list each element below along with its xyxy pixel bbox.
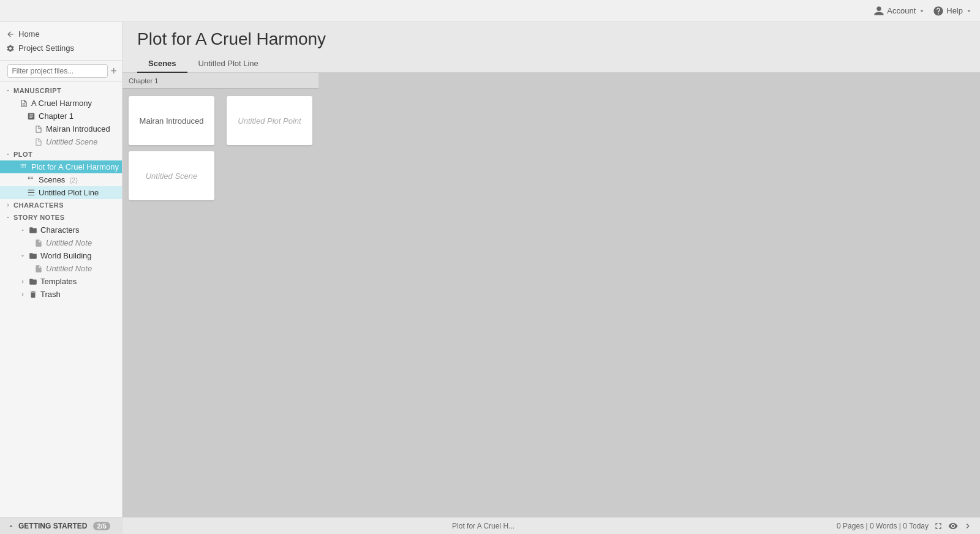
account-icon	[873, 6, 884, 17]
plot-column-chapter-1: Chapter 1 Mairan Introduced Untitled Sce…	[123, 73, 221, 208]
content-area: Plot for A Cruel Harmony Scenes Untitled…	[123, 22, 980, 534]
home-link[interactable]: Home	[6, 27, 116, 41]
story-notes-section-label: STORY NOTES	[13, 214, 65, 221]
home-arrow-icon	[6, 30, 15, 39]
getting-started-collapse-icon	[7, 522, 15, 530]
trash-label: Trash	[40, 290, 61, 299]
story-notes-section-header[interactable]: STORY NOTES	[0, 211, 122, 224]
characters-caret-icon	[5, 202, 11, 208]
chevron-right-icon[interactable]	[963, 521, 973, 531]
trash-expand-icon	[20, 291, 26, 298]
plot-section-header[interactable]: PLOT	[0, 148, 122, 160]
content-header: Plot for A Cruel Harmony Scenes Untitled…	[123, 22, 980, 73]
content-tabs: Scenes Untitled Plot Line	[137, 55, 965, 72]
eye-icon[interactable]	[948, 521, 958, 531]
sidebar-item-mairan-introduced[interactable]: Mairan Introduced	[0, 122, 122, 135]
sidebar-item-templates[interactable]: Templates	[0, 275, 122, 288]
status-bar: Plot for A Cruel H... 0 Pages | 0 Words …	[123, 517, 980, 534]
status-right-text: 0 Pages | 0 Words | 0 Today	[837, 522, 929, 530]
getting-started-panel[interactable]: GETTING STARTED 2/5	[0, 517, 122, 534]
plotline-icon	[27, 189, 36, 197]
account-label: Account	[887, 6, 916, 15]
story-notes-caret-icon	[5, 214, 11, 220]
sidebar-item-trash[interactable]: Trash	[0, 288, 122, 301]
manuscript-section-label: MANUSCRIPT	[13, 87, 61, 94]
main-layout: Home Project Settings + MANUSCRIPT A Cru…	[0, 22, 980, 534]
getting-started-label: GETTING STARTED	[18, 522, 87, 530]
settings-gear-icon	[6, 44, 15, 53]
plot-column-header-chapter-1: Chapter 1	[123, 73, 221, 89]
sidebar-filter-bar: +	[0, 61, 122, 82]
manuscript-caret-icon	[5, 88, 11, 94]
characters-folder-expand-icon	[20, 227, 26, 233]
help-icon	[933, 6, 944, 17]
sidebar-tree: MANUSCRIPT A Cruel Harmony Chapter 1 Mai…	[0, 82, 122, 517]
status-bar-right: 0 Pages | 0 Words | 0 Today	[837, 521, 973, 531]
filter-input[interactable]	[7, 64, 108, 78]
plot-card-untitled-scene[interactable]: Untitled Scene	[129, 151, 214, 200]
project-settings-label: Project Settings	[18, 43, 74, 53]
characters-folder-icon	[29, 226, 37, 235]
top-bar: Account Help	[0, 0, 980, 22]
add-item-button[interactable]: +	[110, 66, 117, 77]
page-title: Plot for A Cruel Harmony	[137, 29, 965, 49]
plot-grid-icon	[20, 163, 28, 171]
sidebar-item-characters-folder[interactable]: Characters	[0, 224, 122, 236]
characters-section-header[interactable]: CHARACTERS	[0, 199, 122, 211]
sidebar-top: Home Project Settings	[0, 22, 122, 61]
scene2-icon	[34, 138, 43, 146]
sidebar-item-untitled-scene-ms[interactable]: Untitled Scene	[0, 135, 122, 148]
characters-section-label: CHARACTERS	[13, 201, 64, 209]
manuscript-doc-icon	[20, 99, 28, 108]
help-label: Help	[946, 6, 963, 15]
plot-card-mairan-introduced[interactable]: Mairan Introduced	[129, 96, 214, 145]
sidebar-item-world-building-folder[interactable]: World Building	[0, 249, 122, 262]
plot-column-untitled: Untitled Plot Point	[221, 73, 318, 152]
sidebar: Home Project Settings + MANUSCRIPT A Cru…	[0, 22, 123, 534]
expand-icon[interactable]	[933, 521, 943, 531]
plot-area: Chapter 1 Mairan Introduced Untitled Sce…	[123, 73, 980, 517]
plot-caret-icon	[5, 151, 11, 157]
status-bar-center: Plot for A Cruel H...	[130, 522, 837, 530]
sidebar-item-a-cruel-harmony[interactable]: A Cruel Harmony	[0, 97, 122, 110]
sidebar-item-untitled-plot-line[interactable]: Untitled Plot Line	[0, 186, 122, 199]
note2-icon	[34, 265, 43, 273]
scenes-grid-icon	[27, 176, 36, 184]
help-chevron-icon	[965, 7, 973, 15]
sidebar-item-untitled-note-1[interactable]: Untitled Note	[0, 236, 122, 249]
plot-cards-chapter-1: Mairan Introduced Untitled Scene	[123, 89, 221, 208]
plot-card-untitled-plot-point[interactable]: Untitled Plot Point	[227, 96, 312, 145]
sidebar-item-chapter-1[interactable]: Chapter 1	[0, 110, 122, 122]
sidebar-item-scenes[interactable]: Scenes (2)	[0, 173, 122, 186]
scene-icon	[34, 125, 43, 134]
getting-started-progress: 2/5	[93, 522, 110, 530]
project-settings-link[interactable]: Project Settings	[6, 41, 116, 55]
templates-folder-icon	[29, 277, 37, 286]
account-button[interactable]: Account	[873, 6, 925, 17]
world-building-folder-icon	[29, 252, 37, 260]
sidebar-item-plot-for-a-cruel-harmony[interactable]: Plot for A Cruel Harmony	[0, 160, 122, 173]
home-label: Home	[18, 29, 40, 39]
note1-icon	[34, 239, 43, 247]
plot-column-header-untitled	[221, 73, 318, 89]
templates-expand-icon	[20, 279, 26, 285]
sidebar-item-untitled-note-2[interactable]: Untitled Note	[0, 262, 122, 275]
help-button[interactable]: Help	[933, 6, 973, 17]
status-center-text: Plot for A Cruel H...	[452, 522, 514, 530]
world-building-folder-expand-icon	[20, 253, 26, 259]
manuscript-section-header[interactable]: MANUSCRIPT	[0, 85, 122, 97]
plot-section-label: PLOT	[13, 151, 32, 158]
tab-untitled-plot-line[interactable]: Untitled Plot Line	[187, 55, 270, 73]
plot-cards-untitled: Untitled Plot Point	[221, 89, 318, 152]
templates-label: Templates	[40, 277, 77, 286]
account-chevron-icon	[918, 7, 925, 15]
chapter-icon	[27, 112, 36, 121]
trash-icon	[29, 290, 37, 299]
tab-scenes[interactable]: Scenes	[137, 55, 187, 73]
